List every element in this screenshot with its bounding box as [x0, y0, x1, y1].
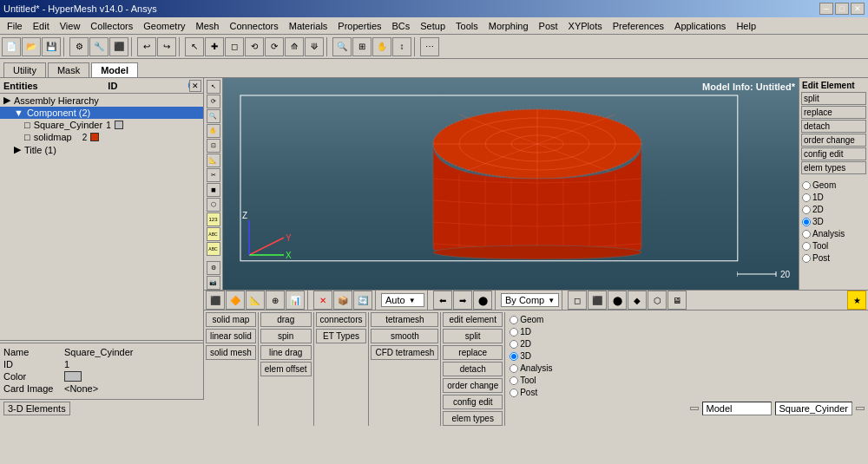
vp-btn16[interactable]: ⬡: [648, 291, 667, 310]
menu-preferences[interactable]: Preferences: [608, 19, 669, 33]
sidebar-resize-handle[interactable]: [196, 78, 203, 399]
menu-geometry[interactable]: Geometry: [138, 19, 190, 33]
radio-3d-input[interactable]: [802, 218, 811, 226]
menu-help[interactable]: Help: [731, 19, 761, 33]
tree-assembly-hierarchy[interactable]: ▶ Assembly Hierarchy: [0, 94, 203, 107]
tb-btn15[interactable]: ⟱: [305, 37, 324, 56]
radio-1d-input[interactable]: [802, 193, 811, 202]
radio-tool2-input[interactable]: [510, 376, 518, 385]
vp-btn2[interactable]: 🔶: [226, 291, 245, 310]
tb-more1[interactable]: ⋯: [420, 37, 439, 56]
right-elem-types-btn[interactable]: elem types: [801, 161, 866, 174]
vp-btn4[interactable]: ⊕: [266, 291, 285, 310]
radio-analysis2[interactable]: Analysis: [509, 363, 553, 374]
strip-abc2[interactable]: ABC: [207, 242, 220, 256]
tb-btn12[interactable]: ⟲: [245, 37, 264, 56]
radio-2d-input[interactable]: [802, 206, 811, 214]
radio-2d[interactable]: 2D: [801, 204, 866, 215]
vp-btn11[interactable]: ⬤: [473, 291, 492, 310]
right-replace-btn[interactable]: replace: [801, 106, 866, 119]
cmd-tetramesh[interactable]: tetramesh: [371, 312, 438, 327]
radio-2d2-input[interactable]: [510, 340, 518, 349]
radio-2d2[interactable]: 2D: [509, 338, 553, 350]
maximize-button[interactable]: □: [835, 3, 849, 15]
tb-new[interactable]: 📄: [2, 37, 21, 56]
cmd-drag[interactable]: drag: [260, 312, 312, 327]
right-order-change-btn[interactable]: order change: [801, 134, 866, 147]
radio-post-input[interactable]: [802, 254, 811, 263]
tb-zoom[interactable]: 🔍: [332, 37, 352, 56]
vp-btn17[interactable]: 🖥: [667, 291, 687, 310]
radio-tool-input[interactable]: [802, 242, 811, 251]
strip-xyz[interactable]: 123: [207, 212, 220, 226]
menu-applications[interactable]: Applications: [669, 19, 731, 33]
vp-btn12[interactable]: ◻: [568, 291, 587, 310]
radio-geom2[interactable]: Geom: [509, 314, 553, 325]
radio-1d2-input[interactable]: [510, 328, 518, 337]
tb-btn10[interactable]: ✚: [205, 37, 224, 56]
vp-btn15[interactable]: ◆: [628, 291, 647, 310]
strip-select[interactable]: ↖: [207, 80, 220, 94]
cmd-spin[interactable]: spin: [260, 329, 312, 343]
strip-fit[interactable]: ⊡: [207, 139, 220, 153]
tb-btn6[interactable]: ⬛: [109, 37, 128, 56]
strip-abc[interactable]: ABC: [207, 227, 220, 241]
cmd-linedrag[interactable]: line drag: [260, 345, 312, 360]
vp-btn13[interactable]: ⬛: [588, 291, 607, 310]
vp-bycomp-dropdown[interactable]: By Comp ▼: [501, 293, 559, 307]
radio-geom-input[interactable]: [802, 181, 811, 190]
cmd-linearsolid[interactable]: linear solid: [206, 329, 256, 343]
cmd-elemoffset[interactable]: elem offset: [260, 362, 312, 376]
cmd-order-change[interactable]: order change: [443, 378, 503, 393]
radio-post2[interactable]: Post: [509, 387, 553, 398]
tree-component[interactable]: ▼ Component (2): [0, 107, 203, 119]
menu-collectors[interactable]: Collectors: [85, 19, 138, 33]
right-split-btn[interactable]: split: [801, 92, 866, 105]
menu-bcs[interactable]: BCs: [387, 19, 416, 33]
vp-btn3[interactable]: 📐: [246, 291, 265, 310]
right-config-edit-btn[interactable]: config edit: [801, 147, 866, 160]
strip-settings[interactable]: ⚙: [207, 261, 220, 275]
cmd-solidmesh[interactable]: solid mesh: [206, 345, 256, 360]
menu-tools[interactable]: Tools: [450, 19, 483, 33]
tree-square-cylinder[interactable]: □ Square_Cyinder 1: [0, 119, 203, 131]
radio-geom[interactable]: Geom: [801, 180, 866, 191]
3d-viewport[interactable]: Model Info: Untitled*: [223, 78, 799, 290]
radio-post[interactable]: Post: [801, 252, 866, 264]
radio-tool[interactable]: Tool: [801, 240, 866, 252]
cmd-split[interactable]: split: [443, 329, 503, 343]
radio-tool2[interactable]: Tool: [509, 375, 553, 386]
tab-utility[interactable]: Utility: [3, 62, 46, 77]
tree-solidmap[interactable]: □ solidmap 2: [0, 131, 203, 143]
radio-post2-input[interactable]: [510, 389, 518, 397]
tb-save[interactable]: 💾: [42, 37, 61, 56]
cmd-solidmap[interactable]: solid map: [206, 312, 256, 327]
tab-mask[interactable]: Mask: [48, 62, 89, 77]
radio-analysis[interactable]: Analysis: [801, 228, 866, 239]
radio-geom2-input[interactable]: [510, 316, 518, 324]
menu-file[interactable]: File: [2, 19, 28, 33]
tb-btn13[interactable]: ⟳: [265, 37, 284, 56]
cmd-detach[interactable]: detach: [443, 362, 503, 376]
radio-1d[interactable]: 1D: [801, 192, 866, 203]
minimize-button[interactable]: ─: [819, 3, 833, 15]
right-detach-btn[interactable]: detach: [801, 120, 866, 133]
strip-camera[interactable]: 📷: [207, 276, 220, 290]
vp-delete[interactable]: ✕: [313, 291, 332, 310]
menu-properties[interactable]: Properties: [332, 19, 386, 33]
radio-3d2-input[interactable]: [510, 352, 518, 361]
menu-connectors[interactable]: Connectors: [224, 19, 283, 33]
cmd-replace[interactable]: replace: [443, 345, 503, 360]
cmd-smooth[interactable]: smooth: [371, 329, 438, 343]
radio-1d2[interactable]: 1D: [509, 326, 553, 337]
cmd-config-edit[interactable]: config edit: [443, 395, 503, 409]
menu-materials[interactable]: Materials: [284, 19, 333, 33]
tb-btn14[interactable]: ⟰: [285, 37, 304, 56]
vp-btn8[interactable]: 🔄: [353, 291, 372, 310]
vp-auto-dropdown[interactable]: Auto ▼: [381, 293, 424, 307]
vp-btn9[interactable]: ⬅: [433, 291, 452, 310]
tb-rotate[interactable]: ↕: [392, 37, 411, 56]
menu-post[interactable]: Post: [534, 19, 563, 33]
tb-btn4[interactable]: ⚙: [69, 37, 89, 56]
vp-star-btn[interactable]: ★: [847, 291, 866, 310]
